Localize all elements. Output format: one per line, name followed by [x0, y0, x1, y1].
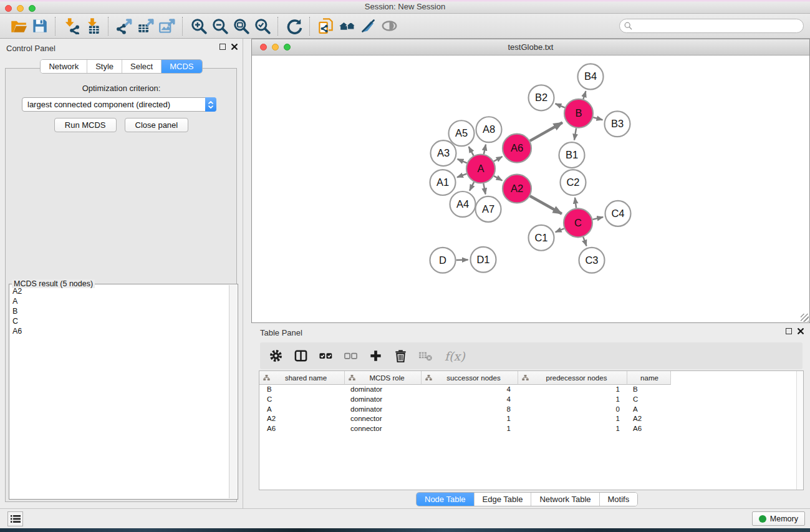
close-panel-icon[interactable]	[231, 44, 238, 50]
zoom-out-button[interactable]	[209, 16, 230, 36]
table-cell[interactable]: connector	[345, 424, 422, 434]
delete-columns-button[interactable]	[392, 348, 408, 364]
table-cell[interactable]: 1	[422, 424, 518, 434]
edge-C-C3[interactable]	[583, 237, 586, 246]
edge-B-B3[interactable]	[593, 117, 602, 120]
tab-select[interactable]: Select	[122, 60, 161, 73]
float-table-panel-icon[interactable]	[786, 328, 792, 334]
edge-A2-C[interactable]	[530, 196, 562, 214]
column-header-successor-nodes[interactable]: successor nodes	[422, 371, 518, 385]
node-A8[interactable]: A8	[476, 117, 502, 142]
edge-A-A7[interactable]	[483, 183, 485, 194]
toggle-split-view-button[interactable]	[292, 348, 309, 364]
edge-A-A1[interactable]	[457, 174, 466, 178]
run-mcds-button[interactable]: Run MCDS	[54, 118, 117, 132]
hide-annotations-button[interactable]	[357, 16, 378, 36]
table-cell[interactable]: C	[259, 395, 345, 405]
edge-C-C1[interactable]	[556, 228, 564, 232]
criterion-dropdown[interactable]: largest connected component (directed)	[22, 97, 216, 112]
tab-node-table[interactable]: Node Table	[417, 493, 474, 506]
node-B[interactable]: B	[564, 99, 593, 128]
table-row[interactable]: A2connector11A2	[259, 414, 803, 424]
table-settings-button[interactable]	[268, 348, 284, 364]
node-B3[interactable]: B3	[605, 111, 630, 137]
table-row[interactable]: Cdominator41C	[259, 395, 803, 405]
import-table-button[interactable]	[82, 16, 103, 36]
table-cell[interactable]: 1	[518, 395, 627, 405]
node-A3[interactable]: A3	[431, 140, 456, 166]
export-table-button[interactable]	[135, 16, 156, 36]
result-item[interactable]: A2	[10, 286, 229, 296]
tab-mcds[interactable]: MCDS	[161, 60, 201, 73]
edge-A-A5[interactable]	[469, 147, 474, 155]
resize-grip-icon[interactable]	[801, 314, 809, 322]
node-B1[interactable]: B1	[559, 142, 585, 168]
table-scrollbar[interactable]	[796, 371, 803, 490]
search-box[interactable]	[619, 19, 804, 33]
table-cell[interactable]: 1	[518, 414, 627, 424]
mcds-result-list[interactable]: A2ABCA6	[10, 286, 229, 498]
zoom-selected-button[interactable]	[251, 16, 272, 36]
node-A4[interactable]: A4	[450, 191, 476, 217]
edge-A-A4[interactable]	[470, 182, 474, 191]
table-cell[interactable]: 1	[422, 414, 518, 424]
table-cell[interactable]: B	[259, 385, 345, 395]
table-row[interactable]: Bdominator41B	[259, 385, 803, 395]
table-cell[interactable]: A6	[259, 424, 345, 434]
table-row[interactable]: Adominator80A	[259, 405, 803, 415]
tab-network-table[interactable]: Network Table	[531, 493, 599, 506]
node-D[interactable]: D	[430, 248, 456, 273]
tab-network[interactable]: Network	[41, 60, 87, 73]
memory-button[interactable]: Memory	[752, 511, 805, 526]
edge-C-C2[interactable]	[575, 198, 576, 208]
network-canvas[interactable]: AA1A2A3A4A5A6A7A8BB1B2B3B4CC1C2C3C4DD1	[252, 56, 809, 322]
table-cell[interactable]: 4	[422, 385, 518, 395]
search-input[interactable]	[632, 20, 803, 32]
node-B4[interactable]: B4	[578, 64, 604, 89]
create-column-button[interactable]	[367, 348, 383, 364]
result-item[interactable]: B	[10, 306, 229, 316]
table-cell[interactable]: connector	[345, 414, 422, 424]
export-network-button[interactable]	[113, 16, 135, 36]
clone-network-button[interactable]	[315, 16, 336, 36]
node-A1[interactable]: A1	[430, 170, 456, 195]
node-C3[interactable]: C3	[579, 248, 605, 273]
task-history-button[interactable]	[7, 511, 23, 526]
table-cell[interactable]: dominator	[345, 395, 422, 405]
zoom-in-button[interactable]	[188, 16, 209, 36]
close-table-panel-icon[interactable]	[798, 328, 804, 334]
table-cell[interactable]: B	[627, 385, 671, 395]
result-item[interactable]: A6	[10, 326, 229, 336]
toggle-graphics-details-button[interactable]	[378, 16, 400, 36]
result-item[interactable]: A	[10, 296, 229, 306]
edge-A-A6[interactable]	[494, 157, 503, 162]
edge-A6-B[interactable]	[530, 123, 562, 141]
save-session-button[interactable]	[29, 16, 50, 36]
edge-B-B4[interactable]	[583, 91, 586, 99]
node-B2[interactable]: B2	[529, 85, 554, 110]
table-cell[interactable]: C	[627, 395, 671, 405]
tab-motifs[interactable]: Motifs	[599, 493, 638, 506]
open-file-button[interactable]	[7, 16, 29, 36]
column-header-predecessor-nodes[interactable]: predecessor nodes	[518, 371, 627, 385]
zoom-fit-button[interactable]	[230, 16, 251, 36]
edge-B-B1[interactable]	[574, 128, 576, 140]
node-A5[interactable]: A5	[449, 120, 475, 146]
tab-edge-table[interactable]: Edge Table	[474, 493, 531, 506]
close-panel-button[interactable]: Close panel	[125, 118, 189, 132]
edge-A-A3[interactable]	[458, 159, 467, 163]
network-window-titlebar[interactable]: testGlobe.txt	[252, 39, 809, 56]
node-C4[interactable]: C4	[605, 201, 631, 226]
edge-A-A2[interactable]	[494, 176, 502, 180]
tab-style[interactable]: Style	[87, 60, 122, 73]
table-cell[interactable]: 0	[518, 405, 627, 415]
edge-B-B2[interactable]	[556, 104, 565, 107]
node-C1[interactable]: C1	[529, 225, 554, 251]
table-row[interactable]: A6connector11A6	[259, 424, 803, 434]
result-scrollbar[interactable]	[229, 285, 237, 498]
column-header-name[interactable]: name	[627, 371, 671, 385]
column-header-shared-name[interactable]: shared name	[259, 371, 345, 385]
network-graph[interactable]: AA1A2A3A4A5A6A7A8BB1B2B3B4CC1C2C3C4DD1	[252, 56, 809, 322]
node-D1[interactable]: D1	[471, 247, 496, 273]
node-C[interactable]: C	[564, 208, 592, 237]
